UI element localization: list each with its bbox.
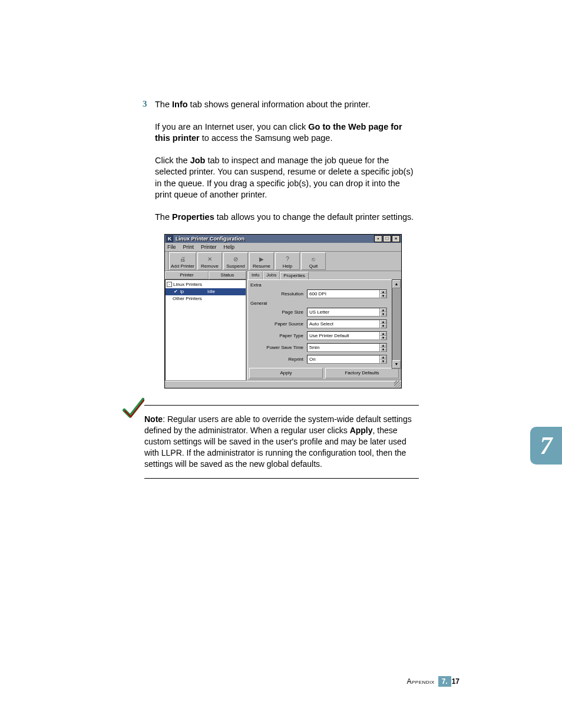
tab-content: Extra Resolution 600 DPI ▲▼ General Page… xyxy=(247,279,401,380)
scroll-up-icon[interactable]: ▲ xyxy=(392,280,401,288)
power-save-select[interactable]: 5min ▲▼ xyxy=(307,343,387,352)
page-number: 17 xyxy=(452,677,459,686)
paper-source-select[interactable]: Auto Select ▲▼ xyxy=(307,319,387,328)
field-label: Power Save Time xyxy=(249,345,307,350)
text: tab shows general information about the … xyxy=(188,100,371,109)
footer-section: Appendix xyxy=(407,677,435,686)
tree-status: Idle xyxy=(207,289,215,294)
remove-button[interactable]: ✕ Remove xyxy=(197,252,222,270)
paragraph-info-tab: The Info tab shows general information a… xyxy=(155,99,416,111)
help-icon: ? xyxy=(286,255,289,263)
collapse-icon[interactable]: - xyxy=(167,282,172,287)
properties-pane: Info Jobs Properties Extra Resolution 60… xyxy=(246,271,401,381)
resize-grip-icon[interactable] xyxy=(394,381,401,387)
spin-icon[interactable]: ▲▼ xyxy=(379,308,386,316)
field-label: Reprint xyxy=(249,357,307,362)
spin-icon[interactable]: ▲▼ xyxy=(379,320,386,328)
title-bar[interactable]: K Linux Printer Configuration • □ × xyxy=(165,235,401,243)
tree-label: lp xyxy=(180,289,207,294)
tree-other[interactable]: Other Printers xyxy=(166,295,246,302)
body-content: The Info tab shows general information a… xyxy=(155,99,416,406)
field-paper-source: Paper Source Auto Select ▲▼ xyxy=(249,319,399,330)
scroll-down-icon[interactable]: ▼ xyxy=(392,360,401,368)
status-bar xyxy=(165,381,401,387)
tree-label: Other Printers xyxy=(173,296,202,301)
group-general: General xyxy=(250,301,399,306)
printer-icon: 🖨 xyxy=(180,255,186,263)
reprint-select[interactable]: On ▲▼ xyxy=(307,355,387,364)
apply-button[interactable]: Apply xyxy=(249,368,323,378)
linux-printer-config-window: K Linux Printer Configuration • □ × File… xyxy=(164,234,402,388)
printer-icon: ✔ xyxy=(174,289,178,294)
tree-label: Linux Printers xyxy=(173,282,202,287)
column-printer[interactable]: Printer xyxy=(165,271,209,279)
divider xyxy=(144,405,419,406)
scrollbar[interactable]: ▲ ▼ xyxy=(392,279,401,369)
tab-jobs[interactable]: Jobs xyxy=(263,271,280,279)
tab-info[interactable]: Info xyxy=(248,271,263,279)
tree-item-selected[interactable]: ✔ lp Idle xyxy=(166,288,246,295)
field-label: Page Size xyxy=(249,309,307,315)
toolbar-label: Suspend xyxy=(226,263,245,269)
maximize-button[interactable]: □ xyxy=(383,235,391,242)
spin-icon[interactable]: ▲▼ xyxy=(379,344,386,351)
printer-tree-pane: Printer Status - Linux Printers ✔ lp Idl… xyxy=(165,271,246,381)
step-number: 3 xyxy=(143,99,147,109)
suspend-icon: ⊘ xyxy=(233,255,238,263)
menu-bar: File Print Printer Help xyxy=(165,243,401,252)
field-resolution: Resolution 600 DPI ▲▼ xyxy=(249,289,399,299)
paragraph-properties-tab: The Properties tab allows you to change … xyxy=(155,212,416,223)
paragraph-job-tab: Click the Job tab to inspect and manage … xyxy=(155,155,416,201)
close-button[interactable]: × xyxy=(392,235,400,242)
spin-icon[interactable]: ▲▼ xyxy=(379,332,386,340)
group-extra: Extra xyxy=(250,282,399,288)
menu-file[interactable]: File xyxy=(167,244,176,250)
text-bold: Apply xyxy=(350,426,373,435)
chapter-tab: 7 xyxy=(530,427,562,465)
select-value: 5min xyxy=(309,345,319,350)
window-title: Linux Printer Configuration xyxy=(176,236,373,242)
tab-properties[interactable]: Properties xyxy=(280,272,308,280)
text-bold: Properties xyxy=(172,212,214,222)
scroll-track[interactable] xyxy=(392,288,401,360)
select-value: US Letter xyxy=(309,309,329,315)
text: tab allows you to change the default pri… xyxy=(214,212,414,222)
toolbar-label: Help xyxy=(283,263,292,269)
tab-bar: Info Jobs Properties xyxy=(247,271,401,279)
field-paper-type: Paper Type Use Printer Default ▲▼ xyxy=(249,331,399,341)
spin-icon[interactable]: ▲▼ xyxy=(379,355,386,363)
field-reprint: Reprint On ▲▼ xyxy=(249,354,399,365)
field-label: Paper Type xyxy=(249,333,307,338)
paragraph-web-link: If you are an Internet user, you can cli… xyxy=(155,121,416,144)
note-text: Note: Regular users are able to override… xyxy=(144,414,419,469)
menu-printer[interactable]: Printer xyxy=(201,244,217,250)
field-label: Resolution xyxy=(249,291,307,297)
add-printer-button[interactable]: 🖨 Add Printer xyxy=(169,252,196,270)
tree-root[interactable]: - Linux Printers xyxy=(166,281,246,288)
text: to access the Samsung web page. xyxy=(200,133,333,143)
column-status[interactable]: Status xyxy=(209,271,246,279)
remove-icon: ✕ xyxy=(207,255,212,263)
printer-tree[interactable]: - Linux Printers ✔ lp Idle Other Printer… xyxy=(165,279,246,381)
menu-help[interactable]: Help xyxy=(224,244,235,250)
select-value: Use Printer Default xyxy=(309,333,349,338)
field-label: Paper Source xyxy=(249,321,307,327)
page-chapter: 7. xyxy=(438,676,451,687)
chapter-number: 7 xyxy=(540,431,553,460)
page-size-select[interactable]: US Letter ▲▼ xyxy=(307,308,387,317)
resolution-select[interactable]: 600 DPI ▲▼ xyxy=(307,289,387,298)
resume-button[interactable]: ▶ Resume xyxy=(249,252,274,270)
suspend-button[interactable]: ⊘ Suspend xyxy=(223,252,248,270)
paper-type-select[interactable]: Use Printer Default ▲▼ xyxy=(307,331,387,340)
quit-button[interactable]: ⎋ Quit xyxy=(301,252,326,270)
help-button[interactable]: ? Help xyxy=(275,252,300,270)
quit-icon: ⎋ xyxy=(312,255,315,263)
text: If you are an Internet user, you can cli… xyxy=(155,122,308,131)
menu-print[interactable]: Print xyxy=(183,244,194,250)
toolbar-label: Add Printer xyxy=(171,263,194,269)
select-value: Auto Select xyxy=(309,321,333,327)
factory-defaults-button[interactable]: Factory Defaults xyxy=(325,368,399,378)
minimize-button[interactable]: • xyxy=(374,235,382,242)
text-bold: Info xyxy=(172,100,188,109)
spin-icon[interactable]: ▲▼ xyxy=(379,290,386,298)
